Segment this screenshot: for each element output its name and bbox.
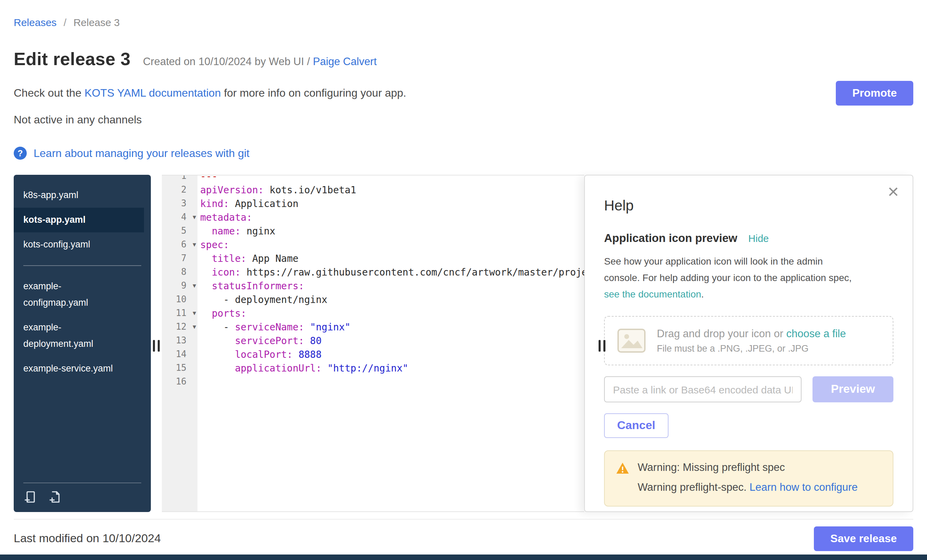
gutter-line-number: 2 xyxy=(162,183,198,197)
editor-code-column[interactable]: ---apiVersion: kots.io/v1beta1kind: Appl… xyxy=(198,176,584,511)
icon-url-input[interactable] xyxy=(604,376,801,402)
icon-dropzone[interactable]: Drag and drop your icon or choose a file… xyxy=(604,316,894,365)
git-learn-row: ? Learn about managing your releases wit… xyxy=(14,147,913,160)
gutter-line-number: 6▾ xyxy=(162,238,198,252)
close-icon[interactable]: × xyxy=(887,182,899,202)
warning-body: Warning preflight-spec. xyxy=(638,481,747,493)
fold-arrow-icon[interactable]: ▾ xyxy=(193,307,196,320)
author-link[interactable]: Paige Calvert xyxy=(313,56,377,67)
see-documentation-link[interactable]: see the documentation xyxy=(604,288,701,299)
sidebar-footer xyxy=(23,483,141,512)
save-release-button[interactable]: Save release xyxy=(814,527,913,551)
dropzone-text: Drag and drop your icon or choose a file… xyxy=(657,328,846,354)
image-placeholder-icon xyxy=(617,328,646,353)
created-prefix: Created on 10/10/2024 by Web UI / xyxy=(143,56,310,67)
help-panel: × Help Application icon preview Hide See… xyxy=(584,175,913,512)
release-editor: k8s-app.yamlkots-app.yamlkots-config.yam… xyxy=(14,175,913,512)
upload-file-icon xyxy=(23,490,37,504)
editor-gutter: 1234▾56▾789▾1011▾12▾13141516 xyxy=(162,175,198,389)
sidebar-resize-handle[interactable] xyxy=(153,340,160,352)
description-text: See how your application icon will look … xyxy=(604,256,852,283)
code-line[interactable] xyxy=(200,375,584,389)
docs-suffix: for more info on configuring your app. xyxy=(224,87,406,99)
git-learn-link[interactable]: Learn about managing your releases with … xyxy=(33,147,249,159)
editor-gutter-column: 1234▾56▾789▾1011▾12▾13141516 xyxy=(162,176,198,511)
gutter-line-number: 11▾ xyxy=(162,307,198,320)
help-title: Help xyxy=(604,197,894,214)
icon-url-row: Preview xyxy=(604,376,894,402)
upload-file-button[interactable] xyxy=(23,490,37,504)
sidebar-file-item[interactable]: example-deployment.yaml xyxy=(14,315,144,357)
cancel-button[interactable]: Cancel xyxy=(604,413,669,438)
code-line[interactable]: kind: Application xyxy=(200,197,584,211)
created-text: Created on 10/10/2024 by Web UI / Paige … xyxy=(143,56,377,68)
new-file-button[interactable] xyxy=(48,490,62,504)
fold-arrow-icon[interactable]: ▾ xyxy=(193,279,196,293)
page: Releases / Release 3 Edit release 3 Crea… xyxy=(0,0,927,560)
code-line[interactable]: metadata: xyxy=(200,211,584,224)
gutter-line-number: 4▾ xyxy=(162,211,198,224)
code-line[interactable]: icon: https://raw.githubusercontent.com/… xyxy=(200,265,584,279)
warning-text: Warning: Missing preflight spec Warning … xyxy=(638,461,858,493)
code-line[interactable]: ports: xyxy=(200,307,584,320)
gutter-line-number: 5 xyxy=(162,224,198,238)
fold-arrow-icon[interactable]: ▾ xyxy=(193,211,196,224)
kots-yaml-docs-link[interactable]: KOTS YAML documentation xyxy=(84,87,221,99)
gutter-line-number: 10 xyxy=(162,293,198,307)
title-row: Edit release 3 Created on 10/10/2024 by … xyxy=(14,49,913,70)
choose-file-link[interactable]: choose a file xyxy=(786,328,846,339)
code-editor[interactable]: 1234▾56▾789▾1011▾12▾13141516 ---apiVersi… xyxy=(162,175,584,512)
fold-arrow-icon[interactable]: ▾ xyxy=(193,320,196,334)
preview-button[interactable]: Preview xyxy=(813,376,894,402)
breadcrumb-releases-link[interactable]: Releases xyxy=(14,17,56,28)
warning-title: Warning: Missing preflight spec xyxy=(638,461,858,473)
gutter-line-number: 7 xyxy=(162,252,198,265)
fold-arrow-icon[interactable]: ▾ xyxy=(193,238,196,252)
channel-status: Not active in any channels xyxy=(14,114,913,126)
gutter-line-number: 12▾ xyxy=(162,320,198,334)
footer: Last modified on 10/10/2024 Save release xyxy=(14,519,913,551)
editor-code: ---apiVersion: kots.io/v1beta1kind: Appl… xyxy=(200,176,584,389)
help-resize-handle[interactable] xyxy=(599,340,605,352)
code-line[interactable]: servicePort: 80 xyxy=(200,334,584,348)
code-line[interactable]: apiVersion: kots.io/v1beta1 xyxy=(200,183,584,197)
icon-preview-title: Application icon preview xyxy=(604,232,737,245)
gutter-line-number: 3 xyxy=(162,197,198,211)
hide-link[interactable]: Hide xyxy=(748,233,769,244)
code-line[interactable]: localPort: 8888 xyxy=(200,348,584,361)
description-suffix: . xyxy=(701,288,704,299)
gutter-line-number: 14 xyxy=(162,348,198,361)
warning-configure-link[interactable]: Learn how to configure xyxy=(749,481,857,493)
sidebar-file-item[interactable]: example-service.yaml xyxy=(14,357,144,381)
warning-icon xyxy=(616,462,629,474)
code-line[interactable]: --- xyxy=(200,176,584,183)
new-file-icon xyxy=(48,490,62,504)
gutter-line-number: 9▾ xyxy=(162,279,198,293)
sidebar-file-item[interactable]: kots-config.yaml xyxy=(14,232,144,257)
drop-instruction: Drag and drop your icon or xyxy=(657,328,783,339)
sidebar-divider xyxy=(23,265,141,266)
icon-preview-description: See how your application icon will look … xyxy=(604,253,859,302)
breadcrumb-separator: / xyxy=(64,17,66,28)
code-line[interactable]: name: nginx xyxy=(200,224,584,238)
sidebar-file-item[interactable]: k8s-app.yaml xyxy=(14,183,144,208)
promote-button[interactable]: Promote xyxy=(836,81,913,106)
bottom-bar xyxy=(0,554,927,560)
docs-row: Check out the KOTS YAML documentation fo… xyxy=(14,81,913,106)
code-line[interactable]: - deployment/nginx xyxy=(200,293,584,307)
page-title: Edit release 3 xyxy=(14,49,131,70)
icon-preview-header: Application icon preview Hide xyxy=(604,232,894,245)
code-line[interactable]: - serviceName: "nginx" xyxy=(200,320,584,334)
code-line[interactable]: spec: xyxy=(200,238,584,252)
gutter-line-number: 1 xyxy=(162,175,198,183)
code-line[interactable]: title: App Name xyxy=(200,252,584,265)
sidebar-file-item[interactable]: example-configmap.yaml xyxy=(14,274,144,315)
breadcrumb: Releases / Release 3 xyxy=(14,17,913,28)
docs-prefix: Check out the xyxy=(14,87,81,99)
code-line[interactable]: statusInformers: xyxy=(200,279,584,293)
gutter-line-number: 8 xyxy=(162,265,198,279)
code-line[interactable]: applicationUrl: "http://nginx" xyxy=(200,361,584,375)
file-type-hint: File must be a .PNG, .JPEG, or .JPG xyxy=(657,343,846,354)
breadcrumb-current: Release 3 xyxy=(73,17,120,28)
sidebar-file-item[interactable]: kots-app.yaml xyxy=(14,208,144,232)
